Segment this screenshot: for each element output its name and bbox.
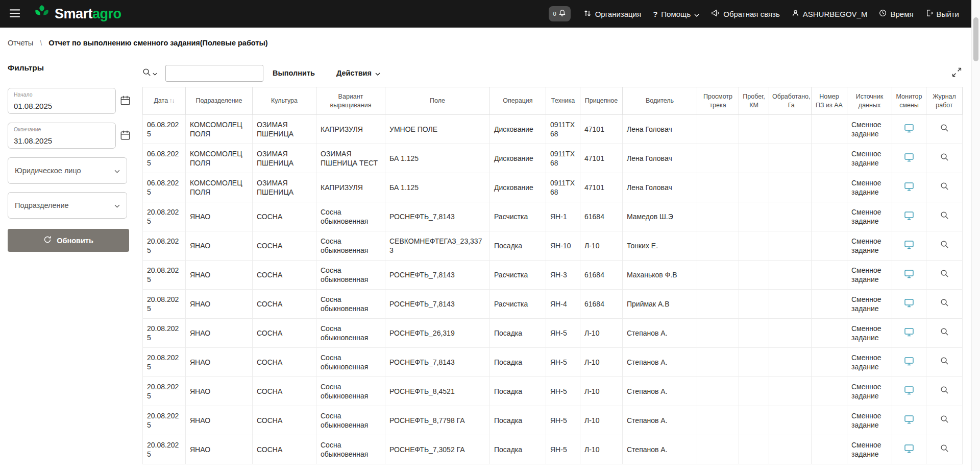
cell-processed-ha [769, 319, 812, 348]
column-header-division[interactable]: Подразделение [186, 87, 253, 115]
work-journal-icon[interactable] [940, 182, 949, 191]
notifications-button[interactable]: 0 [549, 6, 571, 21]
organization-button[interactable]: Организация [583, 9, 641, 19]
cell-variant: Сосна обыкновенная [316, 319, 385, 348]
end-date-input[interactable] [8, 136, 115, 145]
chevron-down-icon [153, 69, 157, 77]
column-header-date[interactable]: Дата↑↓ [143, 87, 186, 115]
column-header-shift-monitor[interactable]: Монитор смены [892, 87, 926, 115]
search-mode-button[interactable] [142, 68, 157, 78]
cell-operation: Дискование [490, 115, 546, 144]
work-journal-icon[interactable] [940, 357, 949, 365]
column-header-field[interactable]: Поле [385, 87, 490, 115]
cell-operation: Посадка [490, 435, 546, 464]
refresh-button[interactable]: Обновить [8, 229, 129, 252]
column-header-culture[interactable]: Культура [253, 87, 316, 115]
start-date-label: Начало [14, 91, 33, 98]
cell-track-view [697, 348, 739, 377]
cell-machine: ЯН-3 [546, 261, 580, 290]
column-header-track-view[interactable]: Просмотр трека [697, 87, 739, 115]
work-journal-icon[interactable] [940, 269, 949, 278]
column-header-work-journal[interactable]: Журнал работ [926, 87, 963, 115]
user-icon [792, 9, 799, 18]
cell-operation: Посадка [490, 377, 546, 406]
start-date-field[interactable]: Начало [8, 88, 116, 114]
time-button[interactable]: Время [879, 9, 913, 18]
work-journal-icon[interactable] [940, 153, 949, 161]
shift-monitor-icon[interactable] [904, 444, 914, 453]
work-journal-icon[interactable] [940, 211, 949, 220]
end-date-calendar-button[interactable] [120, 130, 131, 142]
chevron-down-icon [375, 69, 380, 77]
shift-monitor-icon[interactable] [904, 269, 914, 278]
clock-icon [879, 9, 887, 18]
shift-monitor-icon[interactable] [904, 415, 914, 424]
work-journal-icon[interactable] [940, 386, 949, 394]
column-header-processed-ha[interactable]: Обработано, Га [769, 87, 812, 115]
column-header-variant[interactable]: Вариант выращивания [316, 87, 385, 115]
cell-mileage-km [739, 290, 769, 319]
work-journal-icon[interactable] [940, 415, 949, 423]
cell-mileage-km [739, 406, 769, 435]
cell-machine: ЯН-10 [546, 231, 580, 261]
column-header-operation[interactable]: Операция [490, 87, 546, 115]
logout-button[interactable]: Выйти [925, 9, 959, 18]
cell-date: 20.08.2025 [143, 319, 186, 348]
cell-track-view [697, 406, 739, 435]
vertical-scrollbar[interactable] [971, 0, 980, 471]
work-journal-icon[interactable] [940, 327, 949, 336]
work-journal-icon[interactable] [940, 124, 949, 132]
end-date-field[interactable]: Окончание [8, 123, 116, 149]
hamburger-menu-button[interactable] [9, 9, 20, 19]
cell-machine: ЯН-5 [546, 319, 580, 348]
scrollbar-thumb[interactable] [973, 17, 978, 61]
column-header-mileage-km[interactable]: Пробег, КМ [739, 87, 769, 115]
breadcrumb-reports-link[interactable]: Отчеты [8, 39, 33, 47]
shift-monitor-icon[interactable] [904, 153, 914, 162]
division-select[interactable]: Подразделение [8, 192, 127, 219]
user-menu-button[interactable]: ASHURBEGOV_M [792, 9, 868, 18]
start-date-input[interactable] [8, 102, 115, 110]
actions-menu-button[interactable]: Действия [336, 69, 380, 77]
cell-processed-ha [769, 144, 812, 173]
feedback-button[interactable]: Обратная связь [711, 9, 780, 18]
column-header-trailer[interactable]: Прицепное [580, 87, 623, 115]
cell-variant: Сосна обыкновенная [316, 406, 385, 435]
column-header-task-number[interactable]: Номер ПЗ из АА [812, 87, 847, 115]
shift-monitor-icon[interactable] [904, 386, 914, 395]
work-journal-icon[interactable] [940, 298, 949, 307]
column-header-driver[interactable]: Водитель [623, 87, 697, 115]
cell-date: 20.08.2025 [143, 231, 186, 261]
table-row: 06.08.2025КОМСОМОЛЕЦ ПОЛЯОЗИМАЯ ПШЕНИЦАК… [143, 173, 963, 202]
start-date-calendar-button[interactable] [120, 95, 131, 107]
shift-monitor-icon[interactable] [904, 357, 914, 366]
cell-culture: СОСНА [253, 261, 316, 290]
sort-icons[interactable]: ↑↓ [169, 97, 175, 105]
work-journal-icon[interactable] [940, 444, 949, 453]
column-header-machine[interactable]: Техника [546, 87, 580, 115]
shift-monitor-icon[interactable] [904, 124, 914, 133]
cell-work-journal [926, 231, 963, 261]
cell-culture: СОСНА [253, 231, 316, 261]
execute-button[interactable]: Выполнить [273, 69, 315, 77]
cell-variant: Сосна обыкновенная [316, 435, 385, 464]
cell-shift-monitor [892, 406, 926, 435]
cell-mileage-km [739, 144, 769, 173]
help-menu-button[interactable]: ? Помощь [653, 10, 699, 18]
brand-logo[interactable]: Smartagro [33, 5, 121, 23]
cell-date: 20.08.2025 [143, 435, 186, 464]
fullscreen-toggle-button[interactable] [952, 67, 962, 79]
legal-entity-select[interactable]: Юридическое лицо [8, 157, 127, 184]
shift-monitor-icon[interactable] [904, 298, 914, 308]
cell-field: РОСНЕФТЬ_7,8143 [385, 202, 490, 231]
shift-monitor-icon[interactable] [904, 240, 914, 249]
shift-monitor-icon[interactable] [904, 182, 914, 191]
work-journal-icon[interactable] [940, 240, 949, 249]
shift-monitor-icon[interactable] [904, 327, 914, 337]
chevron-down-icon [114, 167, 120, 175]
cell-division: ЯНАО [186, 231, 253, 261]
shift-monitor-icon[interactable] [904, 211, 914, 220]
cell-field: БА 1.125 [385, 173, 490, 202]
column-header-data-source[interactable]: Источник данных [847, 87, 892, 115]
table-search-input[interactable] [165, 65, 263, 82]
